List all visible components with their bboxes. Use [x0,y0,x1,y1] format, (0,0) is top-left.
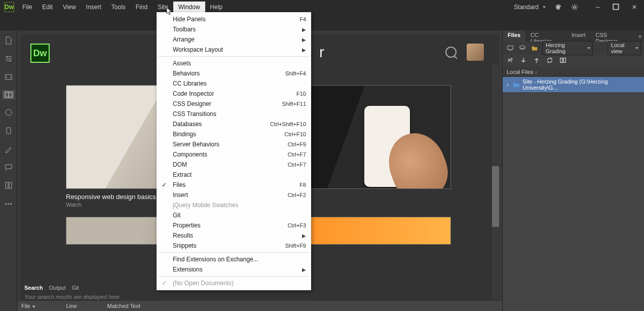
scrollbar-vertical[interactable] [492,65,499,299]
svg-rect-7 [7,128,11,134]
sync-icon[interactable] [546,57,553,65]
tab-git[interactable]: Git [72,285,79,291]
expand-icon[interactable] [559,57,566,65]
menu-item-toolbars[interactable]: Toolbars▶ [157,24,311,34]
gear-icon[interactable] [569,2,580,13]
menu-file[interactable]: File [17,2,37,13]
col-line: Line [66,303,77,309]
close-button[interactable]: ✕ [629,2,640,13]
left-toolbar [0,30,17,311]
menu-item-hide-panels[interactable]: Hide PanelsF4 [157,14,311,24]
site-dropdown[interactable]: Herzing Grading [542,41,593,55]
menu-view[interactable]: View [58,2,81,13]
chevron-right-icon: ▶ [302,233,306,239]
start-heading: r [319,44,324,61]
menu-item-insert[interactable]: InsertCtrl+F2 [157,190,311,200]
menu-item-components[interactable]: ComponentsCtrl+F7 [157,149,311,160]
menu-item-jquery-mobile-swatches: jQuery Mobile Swatches [157,200,311,210]
panel-tab-files[interactable]: Files [503,30,525,42]
menu-item-behaviors[interactable]: BehaviorsShift+F4 [157,68,311,79]
menu-item-properties[interactable]: PropertiesCtrl+F3 [157,220,311,230]
svg-rect-8 [6,182,8,188]
search-panel-tabs: SearchOutputGit [20,283,124,293]
comment-icon[interactable] [4,162,14,172]
folder-icon [513,82,520,88]
svg-rect-9 [9,182,12,188]
menu-item-dom[interactable]: DOMCtrl+F7 [157,160,311,170]
menu-item-cc-libraries[interactable]: CC Libraries [157,79,311,89]
menu-item-server-behaviors[interactable]: Server BehaviorsCtrl+F9 [157,139,311,149]
svg-point-12 [511,58,512,60]
menu-item-files[interactable]: FilesF8 [157,180,311,190]
folder-icon [530,44,539,53]
view-dropdown[interactable]: Local view [608,41,641,55]
status-columns: File ▼LineMatched Text [17,301,502,311]
inspect-icon[interactable] [4,126,14,136]
pen-icon[interactable] [4,144,14,154]
panel-tab-cc-libraries[interactable]: CC Libraries [525,30,566,42]
manage-icon[interactable] [4,54,14,64]
minimize-button[interactable]: ─ [592,2,603,13]
menu-item-no-open-documents: (No Open Documents) [157,278,311,288]
connect-toggle-icon[interactable] [507,57,514,65]
svg-rect-13 [560,58,562,62]
live-icon[interactable] [4,107,14,118]
menu-item-workspace-layout[interactable]: Workspace Layout▶ [157,45,311,55]
tab-output[interactable]: Output [49,285,66,291]
svg-rect-2 [613,4,619,10]
dreamweaver-logo-icon: Dw [30,44,50,63]
svg-rect-14 [563,58,565,62]
menu-item-bindings[interactable]: BindingsCtrl+F10 [157,129,311,139]
menu-item-find-extensions-on-exchange[interactable]: Find Extensions on Exchange... [157,254,311,264]
files-panel: FilesCC LibrariesInsertCSS Designer» Her… [502,30,644,311]
menu-item-css-transitions[interactable]: CSS Transitions [157,109,311,119]
col-matched-text: Matched Text [107,303,140,309]
files-column-header[interactable]: Local Files ↑ [503,67,644,77]
menu-find[interactable]: Find [131,2,153,13]
chevron-right-icon: ▶ [302,267,306,273]
code-icon[interactable] [4,72,14,82]
put-icon[interactable] [533,57,540,65]
col-file: File ▼ [21,303,36,309]
menu-item-extensions[interactable]: Extensions▶ [157,264,311,275]
split-icon[interactable] [3,90,15,99]
sync-icon[interactable] [553,2,564,13]
computer-icon[interactable] [506,44,515,53]
panel-tab-css-designer[interactable]: CSS Designer [591,30,636,42]
get-icon[interactable] [520,57,527,65]
menu-item-code-inspector[interactable]: Code InspectorF10 [157,89,311,99]
site-root-label: Site - Herzing Grading (G:\Herzing Unive… [522,79,641,91]
more-tools[interactable] [4,199,14,209]
chevron-right-icon: › [506,82,510,88]
menu-item-git[interactable]: Git [157,210,311,220]
menu-item-extract[interactable]: Extract [157,170,311,180]
svg-rect-10 [508,46,513,50]
panel-tab-insert[interactable]: Insert [566,30,591,42]
menu-window[interactable]: Window [173,2,205,13]
site-root-row[interactable]: › Site - Herzing Grading (G:\Herzing Uni… [503,77,644,92]
chevron-right-icon: ▶ [302,47,306,53]
maximize-button[interactable] [611,2,622,13]
menu-item-databases[interactable]: DatabasesCtrl+Shift+F10 [157,119,311,129]
mouse-cursor-icon [166,7,172,17]
tab-search[interactable]: Search [24,285,43,291]
menu-insert[interactable]: Insert [81,2,106,13]
app-logo-icon: Dw [4,2,14,12]
menu-item-css-designer[interactable]: CSS DesignerShift+F11 [157,99,311,109]
user-avatar[interactable] [467,44,484,61]
menu-help[interactable]: Help [205,2,228,13]
menu-item-assets[interactable]: Assets [157,58,311,68]
menu-item-arrange[interactable]: Arrange▶ [157,34,311,45]
menu-tools[interactable]: Tools [106,2,131,13]
toolstrip [0,14,644,30]
chevron-right-icon: ▶ [302,27,306,32]
workspace-dropdown[interactable]: Standard [510,3,548,12]
menu-edit[interactable]: Edit [37,2,58,13]
collapse-icon[interactable] [4,180,14,190]
servers-icon[interactable] [518,44,527,53]
panel-overflow-icon[interactable]: » [636,30,644,42]
search-icon[interactable] [445,47,457,58]
menu-item-snippets[interactable]: SnippetsShift+F9 [157,241,311,251]
file-icon[interactable] [4,35,14,46]
menu-item-results[interactable]: Results▶ [157,230,311,241]
